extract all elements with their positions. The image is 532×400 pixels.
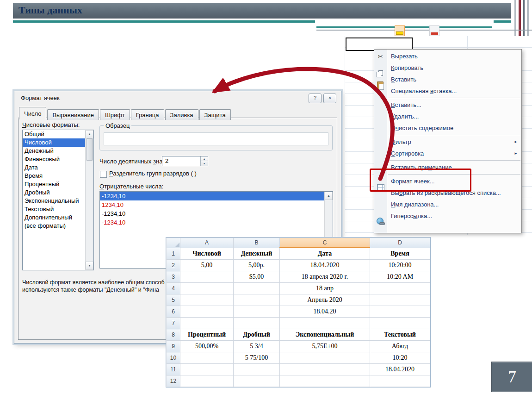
cell-c7[interactable] [280,318,370,329]
cell-b1[interactable]: Денежный [234,248,280,260]
row-header-5[interactable]: 5 [167,294,180,306]
cell-c6[interactable]: 18.04.20 [280,306,370,318]
cell-a3[interactable] [180,271,234,283]
format-option[interactable]: Финансовый [23,155,86,163]
cell-b8[interactable]: Дробный [234,329,280,341]
menu-item-delete[interactable]: Удалить... [374,111,521,122]
cell-a1[interactable]: Числовой [180,248,234,260]
menu-item-name-range[interactable]: Имя диапазона... [374,199,521,210]
format-option[interactable]: Общий [23,130,86,138]
dialog-tab[interactable]: Граница [131,109,164,120]
cell-d10[interactable]: 10:20 [370,352,430,364]
menu-item-paste[interactable]: Вставить [374,74,521,85]
row-header-9[interactable]: 9 [167,341,180,352]
row-header-1[interactable]: 1 [167,248,180,260]
cell-a8[interactable]: Процентный [180,329,234,341]
row-header-4[interactable]: 4 [167,283,180,294]
cell-d7[interactable] [370,318,430,329]
column-header-c[interactable]: C [280,238,370,248]
thousands-separator-checkbox[interactable] [100,171,107,178]
format-option[interactable]: Дата [23,163,86,172]
format-option[interactable]: Экспоненциальный [23,197,86,205]
cell-b9[interactable]: 5 3/4 [234,341,280,352]
menu-item-paste-special[interactable]: Специальная вставка... [374,85,521,97]
scroll-up-icon[interactable] [86,130,93,138]
cell-a4[interactable] [180,283,234,294]
cell-d8[interactable]: Текстовый [370,329,430,341]
cell-a5[interactable] [180,294,234,306]
cell-d12[interactable] [370,375,430,387]
cell-b2[interactable]: 5,00р. [234,260,280,271]
cell-b4[interactable] [234,283,280,294]
menu-item-cut[interactable]: Вырезать [374,50,521,62]
row-header-12[interactable]: 12 [167,375,180,387]
cell-a11[interactable] [180,364,234,375]
row-header-7[interactable]: 7 [167,318,180,329]
row-header-8[interactable]: 8 [167,329,180,341]
format-option[interactable]: Текстовый [23,205,86,213]
format-option[interactable]: Дополнительный [23,213,86,222]
cell-d4[interactable] [370,283,430,294]
select-all-corner[interactable] [167,238,180,248]
cell-c3[interactable]: 18 апреля 2020 г. [280,271,370,283]
scrollbar-thumb[interactable] [86,138,93,161]
format-option[interactable]: Время [23,172,86,180]
help-button[interactable]: ? [309,94,322,103]
cell-a2[interactable]: 5,00 [180,260,234,271]
cell-c10[interactable] [280,352,370,364]
negative-format-option[interactable]: -1234,10 [100,218,325,227]
cell-b3[interactable]: $5,00 [234,271,280,283]
cell-d1[interactable]: Время [370,248,430,260]
format-option[interactable]: Денежный [23,147,86,155]
cell-b12[interactable] [234,375,280,387]
negative-format-option[interactable]: 1234,10 [100,200,325,209]
cell-a7[interactable] [180,318,234,329]
cell-c4[interactable]: 18 апр [280,283,370,294]
cell-b11[interactable] [234,364,280,375]
cell-c12[interactable] [280,375,370,387]
spin-down-icon[interactable] [201,161,208,166]
format-option[interactable]: Числовой [23,138,86,147]
format-option[interactable]: (все форматы) [23,222,86,230]
dialog-tab[interactable]: Заливка [165,109,198,120]
menu-item-hyperlink[interactable]: Гиперссылка... [374,210,521,222]
column-header-a[interactable]: A [180,238,234,248]
row-header-3[interactable]: 3 [167,271,180,283]
cell-c9[interactable]: 5,75E+00 [280,341,370,352]
cell-a10[interactable] [180,352,234,364]
negative-format-option[interactable]: -1234,10 [100,209,325,218]
row-header-10[interactable]: 10 [167,352,180,364]
close-icon[interactable]: × [323,94,336,103]
cell-a6[interactable] [180,306,234,318]
format-option[interactable]: Дробный [23,188,86,197]
decimal-places-stepper[interactable]: 2 [162,156,208,166]
menu-item-pick-from-list[interactable]: Выбрать из раскрывающегося списка... [374,187,521,199]
cell-d11[interactable]: 18.04.2020 [370,364,430,375]
cell-d6[interactable] [370,306,430,318]
dialog-tab[interactable]: Выравнивание [47,109,99,120]
column-header-d[interactable]: D [370,238,430,248]
menu-item-sort[interactable]: Сортировка [374,148,521,159]
menu-item-filter[interactable]: Фильтр [374,136,521,148]
scroll-down-icon[interactable] [86,262,93,270]
row-header-6[interactable]: 6 [167,306,180,318]
row-header-2[interactable]: 2 [167,260,180,271]
menu-item-format-cells[interactable]: Формат ячеек... [374,175,521,187]
cell-b6[interactable] [234,306,280,318]
negative-format-option[interactable]: -1234,10 [100,192,325,200]
dialog-tab[interactable]: Число [19,107,46,119]
dialog-tab[interactable]: Шрифт [100,109,130,120]
cell-c11[interactable] [280,364,370,375]
cell-b5[interactable] [234,294,280,306]
dialog-tab[interactable]: Защита [199,109,231,120]
cell-c5[interactable]: Апрель 2020 [280,294,370,306]
cell-b7[interactable] [234,318,280,329]
menu-item-insert-comment[interactable]: Вставить примечание [374,162,521,173]
format-option[interactable]: Процентный [23,180,86,188]
cell-d5[interactable] [370,294,430,306]
scrollbar[interactable] [85,130,93,270]
menu-item-insert[interactable]: Вставить... [374,99,521,111]
spinner[interactable] [200,156,208,166]
cell-d9[interactable]: Абвгд [370,341,430,352]
cell-c8[interactable]: Экспоненциальный [280,329,370,341]
